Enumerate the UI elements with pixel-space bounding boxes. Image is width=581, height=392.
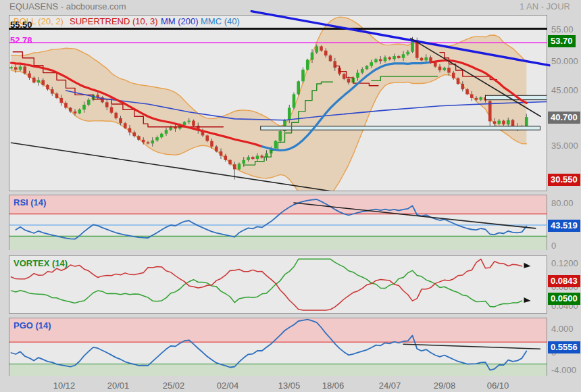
pgo-lower-zone <box>9 365 547 376</box>
date-label-1: 20/01 <box>107 381 130 391</box>
date-label-2: 25/02 <box>163 381 185 391</box>
main-chart-panel[interactable] <box>9 15 547 191</box>
rsi-value-badge-0: 43.519 <box>548 220 580 232</box>
rsi-oversold-zone <box>9 237 547 250</box>
main-level-label-0: 55.50 <box>10 20 32 30</box>
rsi-title: RSI (14) <box>14 197 46 207</box>
legend-item-3[interactable]: MMC (40) <box>201 16 240 26</box>
legend-item-1[interactable]: SUPERTREND (10, 3) <box>70 16 158 26</box>
price-badge-1: 40.700 <box>548 112 580 124</box>
price-badge-2: 30.550 <box>548 174 580 186</box>
main-level-label-1: 52.78 <box>10 35 32 45</box>
date-label-8: 06/10 <box>487 381 509 391</box>
price-axis-label-2: 45.000 <box>551 85 578 95</box>
pgo-axis-label-0: 4.000 <box>551 324 574 334</box>
date-label-6: 24/07 <box>379 381 401 391</box>
vortex-axis-label-0: 0.1200 <box>551 258 578 268</box>
date-label-0: 10/12 <box>53 381 76 391</box>
page-title: EQUASENS - abcbourse.com <box>9 1 126 11</box>
rsi-panel[interactable] <box>9 195 547 250</box>
pgo-value-badge-0: 0.5556 <box>548 341 580 353</box>
rsi-axis-label-2: 0 <box>551 241 556 251</box>
date-label-5: 18/06 <box>322 381 345 391</box>
vortex-panel[interactable] <box>9 255 547 314</box>
price-axis-label-3: 35.000 <box>551 141 578 151</box>
vortex-value-badge-0: 0.0843 <box>548 275 580 287</box>
price-badge-0: 53.70 <box>548 35 576 47</box>
date-label-3: 02/04 <box>217 381 239 391</box>
vortex-value-badge-1: 0.0500 <box>548 293 580 305</box>
rsi-axis-label-0: 80.00 <box>551 198 574 208</box>
rsi-overbought-zone <box>9 195 547 214</box>
abcbourse-chart-page: { "header": {"title": "EQUASENS - abcbou… <box>0 0 581 392</box>
pgo-title: PGO (14) <box>14 320 51 330</box>
pgo-panel[interactable] <box>9 318 547 376</box>
legend-item-2[interactable]: MM (200) <box>161 16 199 26</box>
price-axis-label-1: 50.000 <box>551 56 578 66</box>
price-axis-label-0: 55.00 <box>551 24 574 34</box>
vortex-title: VORTEX (14) <box>14 258 68 268</box>
pgo-axis-label-2: -4.000 <box>551 365 576 375</box>
timeframe-label: 1 AN - JOUR <box>520 1 570 11</box>
pgo-upper-zone <box>9 318 547 343</box>
date-label-4: 13/05 <box>278 381 301 391</box>
date-label-7: 29/08 <box>434 381 456 391</box>
